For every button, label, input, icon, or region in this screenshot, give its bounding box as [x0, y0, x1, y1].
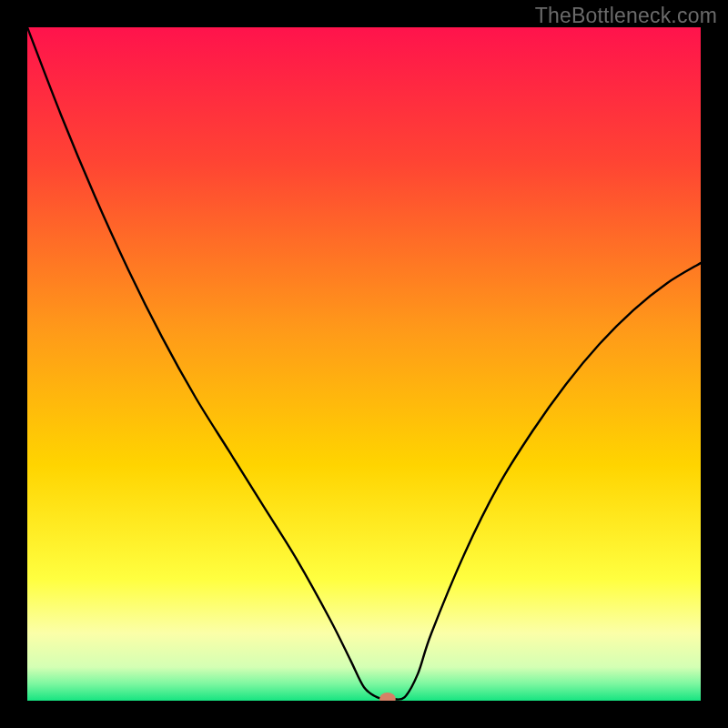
watermark-text: TheBottleneck.com [535, 4, 717, 28]
gradient-background [27, 27, 701, 701]
chart-frame: TheBottleneck.com [0, 0, 728, 728]
plot-area [27, 27, 701, 701]
bottleneck-chart [27, 27, 701, 701]
